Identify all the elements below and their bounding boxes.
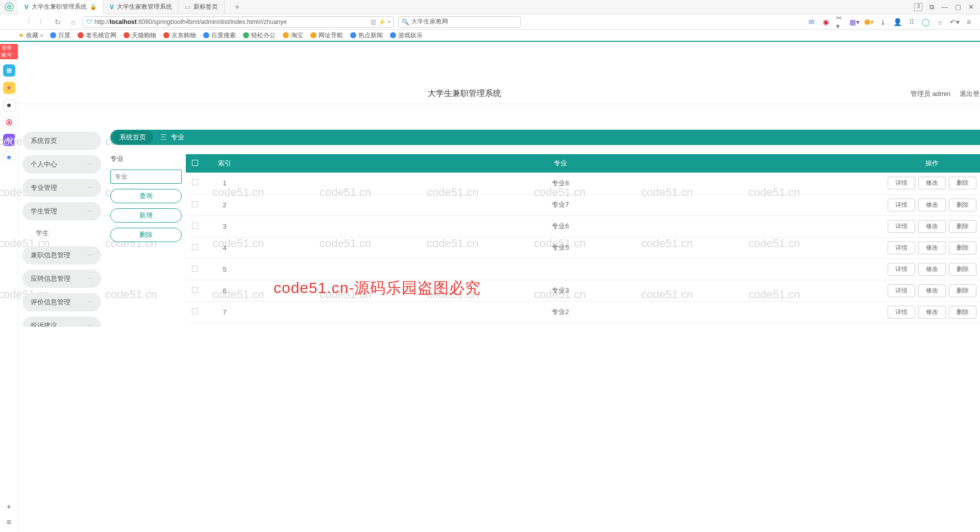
- sidebar-item-complaint[interactable]: 投诉建议﹀: [22, 317, 101, 327]
- circle-icon[interactable]: ◯: [922, 18, 930, 26]
- qr-icon[interactable]: ▥: [371, 18, 376, 26]
- bookmark-item[interactable]: 京东购物: [163, 31, 196, 40]
- browser-logo-icon: ⓔ: [5, 1, 14, 13]
- nav-reload-icon[interactable]: ↻: [52, 18, 63, 26]
- row-checkbox[interactable]: [192, 179, 198, 185]
- bookmark-item[interactable]: 网址导航: [310, 31, 343, 40]
- row-delete-button[interactable]: 删除: [949, 220, 976, 233]
- bookmark-item[interactable]: 老毛桃官网: [78, 31, 116, 40]
- bookmark-item[interactable]: 百度搜索: [203, 31, 236, 40]
- rail-app-icon[interactable]: ⊞: [3, 64, 15, 77]
- rail-app-icon[interactable]: AI: [3, 134, 15, 146]
- edit-button[interactable]: 修改: [918, 284, 946, 297]
- window-max-icon[interactable]: ▢: [955, 3, 961, 11]
- bookmark-item[interactable]: 淘宝: [283, 31, 303, 40]
- browser-tab-2[interactable]: ▭新标签页: [179, 0, 225, 14]
- sidebar-item-parttime[interactable]: 兼职信息管理﹀: [22, 246, 101, 264]
- person-icon[interactable]: 👤: [893, 18, 901, 26]
- bookmark-item[interactable]: 热点新闻: [350, 31, 383, 40]
- rail-login-badge[interactable]: 登录账号: [0, 44, 18, 59]
- query-button[interactable]: 查询: [110, 189, 182, 203]
- delete-button[interactable]: 删除: [110, 228, 182, 242]
- bookmark-item[interactable]: 游戏娱乐: [390, 31, 423, 40]
- apps-icon[interactable]: ⠿: [908, 18, 916, 26]
- edit-button[interactable]: 修改: [918, 263, 946, 276]
- nav-fwd-icon[interactable]: 〉: [37, 17, 48, 27]
- row-checkbox[interactable]: [192, 287, 198, 293]
- crumb-home[interactable]: 系统首页: [112, 131, 153, 144]
- row-delete-button[interactable]: 删除: [949, 199, 976, 211]
- new-tab-button[interactable]: +: [225, 0, 250, 14]
- detail-button[interactable]: 详情: [888, 306, 915, 319]
- chevron-down-icon: ﹀: [87, 161, 93, 168]
- weibo-icon[interactable]: ◉: [822, 18, 830, 26]
- edit-button[interactable]: 修改: [918, 306, 946, 319]
- rail-app-icon[interactable]: Ⓐ: [3, 116, 15, 129]
- logout-link[interactable]: 退出登录: [960, 89, 980, 99]
- chevron-down-icon: ﹀: [87, 275, 93, 283]
- th-checkbox[interactable]: [186, 154, 204, 173]
- nav-home-icon[interactable]: ⌂: [67, 18, 79, 26]
- row-delete-button[interactable]: 删除: [949, 284, 976, 297]
- browser-tab-1[interactable]: V大学生家教管理系统: [104, 0, 179, 14]
- rail-app-icon[interactable]: ☻: [3, 99, 15, 111]
- row-checkbox[interactable]: [192, 223, 198, 229]
- breadcrumb: 系统首页 三 专业: [110, 130, 980, 145]
- cell-major: 专业7: [245, 194, 876, 215]
- sun-icon[interactable]: ☼: [936, 18, 944, 26]
- add-button[interactable]: 新增: [110, 208, 182, 223]
- row-delete-button[interactable]: 删除: [949, 306, 976, 319]
- browser-tab-0[interactable]: V大学生兼职管理系统🔒: [18, 0, 104, 14]
- browser-search-input[interactable]: 🔍 大学生家教网: [398, 16, 521, 28]
- window-pip-icon[interactable]: ⧉: [929, 3, 934, 11]
- sidebar: 系统首页 个人中心﹀ 专业管理﹀ 学生管理﹀ 学生 兼职信息管理﹀ 应聘信息管理…: [18, 125, 105, 327]
- detail-button[interactable]: 详情: [888, 241, 915, 254]
- detail-button[interactable]: 详情: [888, 220, 915, 233]
- sidebar-item-major[interactable]: 专业管理﹀: [22, 179, 101, 197]
- bookmark-item[interactable]: 轻松办公: [243, 31, 276, 40]
- sidebar-item-review[interactable]: 评价信息管理﹀: [22, 293, 101, 311]
- sidebar-item-home[interactable]: 系统首页: [22, 132, 101, 150]
- left-app-rail: 登录账号 ⊞ ★ ☻ Ⓐ AI ☻ + ≡: [0, 42, 18, 327]
- row-checkbox[interactable]: [192, 201, 198, 207]
- tab-title: 大学生家教管理系统: [117, 3, 172, 11]
- detail-button[interactable]: 详情: [888, 177, 915, 189]
- sidebar-item-apply[interactable]: 应聘信息管理﹀: [22, 270, 101, 288]
- shield2-icon[interactable]: ⬣▾: [865, 18, 873, 26]
- detail-button[interactable]: 详情: [888, 263, 915, 276]
- scissors-icon[interactable]: ✂▾: [836, 18, 844, 26]
- sidebar-item-profile[interactable]: 个人中心﹀: [22, 155, 101, 174]
- row-delete-button[interactable]: 删除: [949, 177, 976, 189]
- grid-icon[interactable]: ▦▾: [850, 18, 859, 26]
- detail-button[interactable]: 详情: [888, 199, 915, 211]
- sidebar-item-student[interactable]: 学生管理﹀: [22, 202, 101, 221]
- url-input[interactable]: 🛡 http://localhost:8080/springbooth4bmt/…: [83, 16, 394, 28]
- bookmark-item[interactable]: 百度: [50, 31, 70, 40]
- admin-label[interactable]: 管理员 admin: [911, 89, 950, 99]
- window-close-icon[interactable]: ✕: [968, 3, 974, 11]
- row-delete-button[interactable]: 删除: [949, 263, 976, 276]
- detail-button[interactable]: 详情: [888, 284, 915, 297]
- undo-icon[interactable]: ↶▾: [950, 18, 959, 26]
- menu-icon[interactable]: ≡: [965, 18, 973, 26]
- sidebar-sub-student[interactable]: 学生: [22, 226, 101, 241]
- rail-app-icon[interactable]: ☻: [3, 151, 15, 163]
- window-min-icon[interactable]: —: [941, 3, 948, 11]
- edit-button[interactable]: 修改: [918, 177, 946, 189]
- row-checkbox[interactable]: [192, 244, 198, 250]
- row-checkbox[interactable]: [192, 265, 198, 272]
- bookmark-fav[interactable]: ★收藏▾: [18, 31, 43, 40]
- edit-button[interactable]: 修改: [918, 199, 946, 211]
- edit-button[interactable]: 修改: [918, 241, 946, 254]
- mail-icon[interactable]: ✉: [807, 18, 816, 26]
- edit-button[interactable]: 修改: [918, 220, 946, 233]
- row-delete-button[interactable]: 删除: [949, 241, 976, 254]
- bookmark-item[interactable]: 天猫购物: [124, 31, 156, 40]
- filter-input[interactable]: [110, 170, 182, 184]
- rail-app-icon[interactable]: ★: [3, 82, 15, 94]
- download-icon[interactable]: ⤓: [879, 18, 887, 26]
- bolt-icon[interactable]: ⚡: [378, 18, 386, 26]
- row-checkbox[interactable]: [192, 308, 198, 315]
- nav-back-icon[interactable]: 〈: [21, 17, 33, 27]
- bookmark-icon: [243, 32, 249, 38]
